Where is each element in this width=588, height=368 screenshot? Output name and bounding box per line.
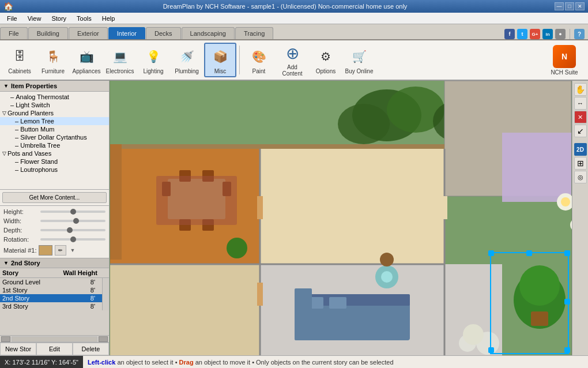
svg-rect-11: [260, 149, 444, 264]
tab-decks[interactable]: Decks: [146, 27, 181, 39]
material-dropdown[interactable]: ▼: [69, 247, 75, 253]
hscroll-track: [12, 336, 97, 342]
left-panel: ▼ Item Properties – Analog Thermostat – …: [0, 81, 110, 355]
status-message: Left-click an object to select it • Drag…: [83, 359, 588, 366]
delete-story-button[interactable]: Delete: [73, 343, 109, 355]
tool-add-content[interactable]: ⊕ Add Content: [276, 43, 308, 77]
menu-help[interactable]: Help: [97, 14, 120, 23]
linkedin-icon[interactable]: in: [542, 29, 553, 39]
tab-building[interactable]: Building: [28, 27, 68, 39]
tree-node-thermostat[interactable]: – Analog Thermostat: [0, 93, 109, 101]
reset-view-button[interactable]: ↙: [574, 125, 587, 137]
tool-misc[interactable]: 📦 Misc: [204, 43, 236, 77]
new-story-button[interactable]: New Stor: [0, 343, 36, 355]
tab-file[interactable]: File: [0, 27, 28, 39]
facebook-icon[interactable]: f: [504, 29, 515, 39]
2d-toggle-button[interactable]: 2D: [574, 143, 587, 156]
tool-cabinets[interactable]: 🗄 Cabinets: [3, 43, 36, 77]
more-social-icon[interactable]: ●: [555, 29, 566, 39]
svg-point-41: [561, 197, 570, 206]
buy-online-icon: 🛒: [349, 46, 370, 67]
title-text: DreamPlan by NCH Software - sample1 - (U…: [163, 3, 408, 10]
tool-electronics[interactable]: 💻 Electronics: [104, 43, 136, 77]
tree-node-flower-stand[interactable]: – Flower Stand: [0, 157, 109, 166]
maximize-button[interactable]: □: [565, 2, 574, 10]
svg-rect-49: [488, 250, 494, 256]
tool-plumbing[interactable]: 🚿 Plumbing: [171, 43, 203, 77]
width-slider[interactable]: [40, 220, 105, 222]
pan-tool-button[interactable]: ✋: [574, 83, 587, 96]
tab-interior[interactable]: Interior: [108, 27, 145, 39]
twitter-icon[interactable]: t: [517, 29, 527, 39]
menu-story[interactable]: Story: [47, 14, 71, 23]
story-rows-scroll[interactable]: Ground Level 8' 1st Story 8' 2nd Story 8…: [0, 278, 102, 310]
svg-rect-54: [564, 299, 570, 305]
close-view-button[interactable]: ✕: [574, 111, 587, 123]
tool-options[interactable]: ⚙ Options: [310, 43, 342, 77]
tree-view[interactable]: – Analog Thermostat – Light Switch ▽ Gro…: [0, 92, 109, 189]
hscroll-left[interactable]: [1, 336, 10, 342]
material-swatch[interactable]: [39, 245, 52, 256]
menu-file[interactable]: File: [2, 14, 22, 23]
hscroll-right[interactable]: [99, 336, 108, 342]
tab-landscaping[interactable]: Landscaping: [182, 27, 235, 39]
story-row-1st[interactable]: 1st Story 8': [0, 286, 102, 294]
app-icon: 🏠: [3, 2, 13, 11]
tool-lighting[interactable]: 💡 Lighting: [137, 43, 169, 77]
tab-bar: File Building Exterior Interior Decks La…: [0, 24, 588, 40]
rotation-slider[interactable]: [40, 238, 105, 241]
target-button[interactable]: ◎: [574, 171, 587, 183]
tab-tracing[interactable]: Tracing: [235, 27, 273, 39]
tree-node-loutrophorus[interactable]: – Loutrophorus: [0, 166, 109, 174]
svg-rect-47: [295, 288, 312, 340]
minimize-button[interactable]: —: [555, 2, 564, 10]
add-content-icon: ⊕: [282, 43, 303, 63]
get-more-content-button[interactable]: Get More Content...: [2, 192, 107, 203]
tree-node-umbrella-tree[interactable]: – Umbrella Tree: [0, 141, 109, 149]
tree-node-button-mum[interactable]: – Button Mum: [0, 125, 109, 133]
tool-appliances[interactable]: 📺 Appliances: [70, 43, 103, 77]
tree-node-lightswitch[interactable]: – Light Switch: [0, 101, 109, 109]
google-plus-icon[interactable]: G+: [530, 29, 540, 39]
toolbar-divider: [239, 46, 240, 74]
toolbar: 🗄 Cabinets 🪑 Furniture 📺 Appliances 💻 El…: [0, 40, 588, 81]
svg-rect-36: [531, 311, 548, 326]
options-icon: ⚙: [315, 46, 336, 67]
depth-slider[interactable]: [40, 229, 105, 231]
story-row-ground[interactable]: Ground Level 8': [0, 278, 102, 286]
tree-node-ground-planters[interactable]: ▽ Ground Planters: [0, 109, 109, 117]
story-table: Story Wall Height Ground Level 8' 1st St…: [0, 268, 109, 335]
item-properties-header: ▼ Item Properties: [0, 81, 109, 92]
tab-exterior[interactable]: Exterior: [69, 27, 108, 39]
story-row-3rd[interactable]: 3rd Story 8': [0, 302, 102, 310]
grid-button[interactable]: ⊞: [574, 157, 587, 170]
edit-story-button[interactable]: Edit: [36, 343, 73, 355]
lighting-icon: 💡: [143, 46, 164, 67]
close-button[interactable]: ✕: [575, 2, 585, 10]
tool-buy-online[interactable]: 🛒 Buy Online: [343, 43, 375, 77]
properties-section: Height: Width: Depth: Rotation:: [0, 205, 109, 258]
height-slider[interactable]: [40, 211, 105, 213]
menu-bar: File View Story Tools Help: [0, 13, 588, 24]
svg-point-4: [338, 104, 390, 144]
tool-paint[interactable]: 🎨 Paint: [243, 43, 275, 77]
tree-node-silver-dollar[interactable]: – Silver Dollar Cyrtanthus: [0, 133, 109, 141]
menu-tools[interactable]: Tools: [72, 14, 96, 23]
menu-view[interactable]: View: [23, 14, 46, 23]
story-row-2nd[interactable]: 2nd Story 8': [0, 294, 102, 302]
story-action-buttons: New Stor Edit Delete: [0, 342, 109, 355]
status-drag-label: Drag: [179, 359, 194, 366]
tree-node-lemon-tree[interactable]: – Lemon Tree: [0, 117, 109, 125]
material-edit-button[interactable]: ✏: [55, 245, 66, 256]
tree-node-pots-vases[interactable]: ▽ Pots and Vases: [0, 149, 109, 157]
electronics-icon: 💻: [110, 46, 130, 67]
viewport[interactable]: [110, 81, 572, 355]
help-icon[interactable]: ?: [574, 29, 585, 39]
appliances-icon: 📺: [76, 46, 97, 67]
material-row: Material #1: ✏ ▼: [3, 245, 105, 256]
main-area: ▼ Item Properties – Analog Thermostat – …: [0, 81, 588, 355]
story-section-header[interactable]: ▼ 2nd Story: [0, 258, 109, 268]
orbit-tool-button[interactable]: ↔: [574, 97, 587, 110]
nch-suite-button[interactable]: N NCH Suite: [544, 43, 585, 77]
tool-furniture[interactable]: 🪑 Furniture: [37, 43, 69, 77]
